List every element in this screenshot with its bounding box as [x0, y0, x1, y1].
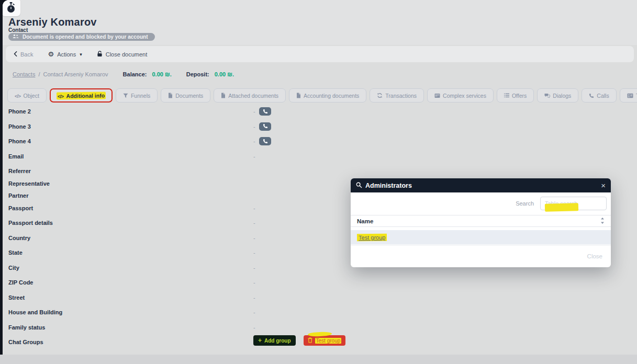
field-label: ZIP Code: [8, 279, 33, 286]
tab-label: Accounting documents: [304, 93, 359, 99]
app-logo[interactable]: [3, 0, 20, 16]
call-phone-button[interactable]: [259, 122, 271, 131]
add-group-button[interactable]: +Add group: [253, 335, 296, 346]
close-icon[interactable]: ×: [601, 181, 606, 189]
tab-dialogs[interactable]: Dialogs: [537, 88, 578, 103]
field-label: House and Building: [8, 309, 62, 315]
modal-close-button[interactable]: Close: [587, 253, 602, 259]
tab-additional-info[interactable]: </>Additional info: [50, 88, 113, 103]
toolbar: Back ⚙ Actions ▾ Close document: [6, 46, 634, 62]
field-label: Country: [8, 235, 30, 241]
tab-transactions[interactable]: Transactions: [370, 88, 424, 103]
search-label: Search: [516, 200, 534, 207]
actions-button[interactable]: ⚙ Actions ▾: [48, 50, 82, 58]
field-label: Representative: [8, 180, 50, 187]
field-label: Family status: [8, 324, 45, 331]
modal-footer: Close: [351, 245, 611, 267]
back-button[interactable]: Back: [14, 51, 33, 58]
code-icon: </>: [15, 93, 21, 99]
breadcrumb-contacts-link[interactable]: Contacts: [13, 71, 35, 77]
tab-funnels[interactable]: Funnels: [116, 88, 158, 103]
field-value: -: [253, 309, 255, 315]
plus-icon: +: [258, 337, 262, 344]
breadcrumb-current: Contact Arseniy Komarov: [43, 71, 108, 77]
tab-accounting-documents[interactable]: Accounting documents: [289, 88, 366, 103]
tab-documents[interactable]: Documents: [161, 88, 210, 103]
contact-card-icon: [627, 93, 633, 98]
tab-touches[interactable]: Touches: [620, 88, 637, 103]
field-label: Chat Groups: [8, 339, 43, 345]
tab-attached-documents[interactable]: Attached documents: [214, 88, 286, 103]
close-document-button[interactable]: Close document: [97, 51, 148, 58]
modal-table-header: Name: [351, 215, 611, 227]
page-subtitle: Contact: [8, 27, 28, 33]
field-label: Phone 3: [8, 123, 31, 130]
field-row: Phone 4-: [3, 137, 637, 152]
deposit-value: 0.00 ₪.: [215, 71, 234, 77]
phone-icon: [263, 138, 268, 145]
modal-title: Administrators: [365, 182, 412, 189]
lock-icon: [97, 51, 103, 58]
field-row: Email-: [3, 152, 637, 167]
field-label: Street: [8, 294, 25, 301]
field-value: -: [253, 265, 255, 271]
refresh-icon: [377, 93, 383, 98]
funnel-icon: [123, 93, 128, 98]
sort-icon[interactable]: [600, 217, 605, 226]
field-label: City: [8, 265, 19, 271]
field-row: House and Building-: [3, 308, 637, 323]
back-label: Back: [20, 51, 33, 58]
field-value: -: [253, 138, 255, 144]
tab-offers[interactable]: Offers: [497, 88, 534, 103]
field-value: -: [253, 249, 255, 256]
call-phone-button[interactable]: [259, 107, 271, 116]
breadcrumb: Contacts / Contact Arseniy Komarov Balan…: [13, 71, 234, 77]
highlight-marker: [545, 203, 578, 212]
tab-object[interactable]: </>Object: [7, 88, 47, 103]
field-label: State: [8, 249, 23, 256]
field-value: -: [253, 294, 255, 301]
lock-badge-text: Document is opened and blocked by your a…: [23, 34, 148, 40]
field-label: Referrer: [8, 168, 31, 174]
test-group-button[interactable]: Test group: [304, 335, 346, 346]
close-document-label: Close document: [106, 51, 148, 58]
tab-label: Calls: [597, 93, 609, 99]
actions-label: Actions: [57, 51, 76, 58]
modal-header: Administrators ×: [351, 178, 611, 192]
field-row: Phone 2-: [3, 107, 637, 122]
group-link[interactable]: Test group: [357, 233, 387, 241]
code-icon: </>: [58, 93, 64, 99]
phone-icon: [263, 122, 268, 130]
page-title: Arseniy Komarov: [8, 16, 97, 28]
field-value: -: [253, 235, 255, 241]
deposit-label: Deposit:: [186, 71, 209, 77]
app-page: Arseniy Komarov Contact Document is open…: [3, 0, 637, 355]
field-value: -: [253, 123, 255, 130]
people-icon: [13, 34, 19, 40]
field-label: Passport: [8, 205, 33, 211]
name-column-header[interactable]: Name: [357, 218, 373, 224]
document-lock-badge: Document is opened and blocked by your a…: [8, 33, 155, 41]
field-label: Email: [8, 153, 24, 160]
test-group-label: Test group: [315, 338, 342, 344]
field-value: -: [253, 279, 255, 286]
tab-label: Dialogs: [553, 93, 571, 99]
page-header: Arseniy Komarov Contact Document is open…: [3, 0, 637, 45]
list-icon: [504, 93, 509, 98]
phone-icon: [589, 93, 594, 98]
field-row: Street-: [3, 293, 637, 309]
tab-calls[interactable]: Calls: [582, 88, 616, 103]
chat-groups-row: Chat Groups+Add groupTest group: [3, 338, 637, 353]
bottom-band: [0, 355, 637, 364]
tab-label: Complex services: [443, 93, 486, 99]
caret-down-icon: ▾: [80, 52, 82, 57]
call-phone-button[interactable]: [259, 137, 271, 145]
field-value: -: [253, 324, 255, 331]
chevron-left-icon: [14, 51, 17, 58]
highlight-marker: [307, 332, 331, 337]
tab-complex-services[interactable]: Complex services: [427, 88, 494, 103]
tab-label: Attached documents: [228, 93, 278, 99]
field-label: Partner: [8, 192, 29, 199]
phone-icon: [263, 108, 268, 116]
tab-bar: </>Object</>Additional infoFunnelsDocume…: [7, 88, 637, 104]
